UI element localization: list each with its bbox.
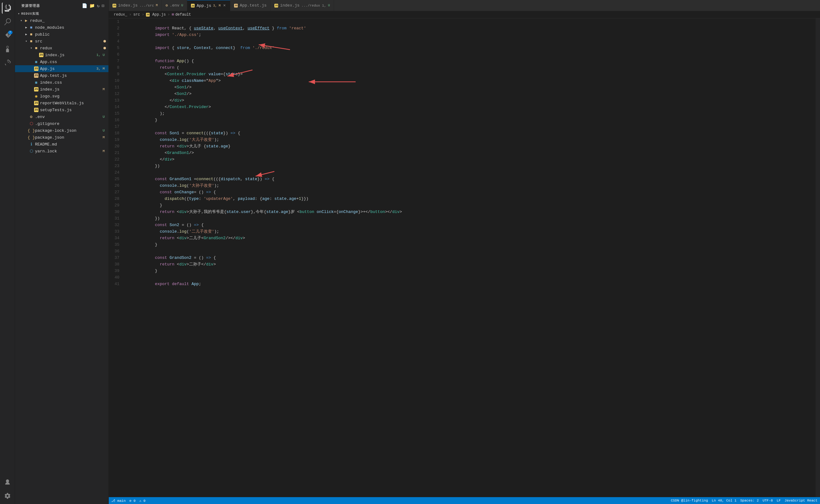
tree-item-yarn-lock[interactable]: ▶ ⬡ yarn.lock M xyxy=(15,148,108,155)
tab-label-index-src: index.js xyxy=(118,3,137,8)
code-line-38: } xyxy=(126,261,816,268)
sidebar-header-icons: 📄 📁 ↻ ⊟ xyxy=(82,3,105,8)
tree-item-setuptests[interactable]: ▶ JS setupTests.js xyxy=(15,106,108,113)
editor-area[interactable]: 1 2 3 4 5 6 7 8 9 10 11 12 13 14 15 16 1 xyxy=(109,18,816,497)
tree-item-index-js[interactable]: ▶ JS index.js M xyxy=(15,86,108,93)
tab-close-app-js[interactable]: × xyxy=(223,3,226,8)
status-left: ⎇ main ⊘ 0 ⚠ 0 xyxy=(111,499,146,503)
refresh-icon[interactable]: ↻ xyxy=(97,3,100,8)
section-label: REDUX实现 xyxy=(21,12,39,16)
tree-label-node_modules: node_modules xyxy=(35,25,108,30)
js-icon-report: JS xyxy=(34,101,39,106)
folder-src-icon: ■ xyxy=(29,39,34,44)
tree-item-readme[interactable]: ▶ ℹ README.md xyxy=(15,141,108,148)
tab-label-index-redux: index.js xyxy=(280,3,299,8)
code-line-32: console.log('二儿子改变'); xyxy=(126,222,816,228)
tree-item-index-css[interactable]: ▶ ◼ index.css xyxy=(15,79,108,86)
language-mode: JavaScript React xyxy=(784,499,818,502)
code-line-14: ); xyxy=(126,104,816,110)
tree-item-package-json[interactable]: ▶ { } package.json M xyxy=(15,134,108,141)
code-line-31: const Son2 = () => { xyxy=(126,215,816,222)
code-line-21: </div> xyxy=(126,150,816,156)
code-line-22: }) xyxy=(126,156,816,163)
tree-label-logo-svg: logo.svg xyxy=(40,94,108,99)
svg-icon: ◉ xyxy=(34,94,39,99)
code-line-35 xyxy=(126,241,816,248)
tree-item-gitignore[interactable]: ▶ ⬡ .gitignore xyxy=(15,120,108,127)
tree-label-gitignore: .gitignore xyxy=(35,121,108,126)
tab-app-js[interactable]: JS App.js 3, M × xyxy=(187,0,230,11)
scrollbar-right[interactable] xyxy=(816,18,820,497)
badge-index-redux: 1, U xyxy=(96,53,108,57)
tree-item-index-redux[interactable]: ▶ JS index.js 1, U xyxy=(15,52,108,58)
tree-label-env: .env xyxy=(35,115,102,119)
js-icon-redux-index: JS xyxy=(39,52,44,57)
code-line-8: <Context.Provider value={store}> xyxy=(126,64,816,71)
code-line-7: return ( xyxy=(126,58,816,64)
sep2: › xyxy=(142,12,144,17)
code-line-29: return <div>大孙子,我的爷爷是{state.user},今年{sta… xyxy=(126,202,816,209)
badge-package-json: M xyxy=(102,136,108,139)
line-numbers: 1 2 3 4 5 6 7 8 9 10 11 12 13 14 15 16 1 xyxy=(109,18,124,287)
new-file-icon[interactable]: 📄 xyxy=(82,3,87,8)
breadcrumb-js-icon: JS xyxy=(146,13,150,17)
tree-item-env[interactable]: ▶ ⚙ .env U xyxy=(15,113,108,120)
tab-test-icon: JS xyxy=(234,4,238,7)
tree-label-package-lock: package-lock.json xyxy=(35,128,102,133)
tab-badge-index-src: M xyxy=(156,4,158,7)
extensions-activity-icon[interactable] xyxy=(2,57,13,69)
tree-item-public[interactable]: ▶ ■ public xyxy=(15,31,108,38)
tree-item-app-js[interactable]: ▶ JS App.js 3, M xyxy=(15,65,108,72)
tree-label-public: public xyxy=(35,32,108,37)
tab-app-test[interactable]: JS App.test.js xyxy=(230,0,271,11)
tree-item-app-css[interactable]: ▶ ◼ App.css xyxy=(15,58,108,65)
main-content: JS index.js .../src M ⚙ .env U JS App.js… xyxy=(109,0,820,504)
js-icon-app-js: JS xyxy=(34,66,39,71)
git-badge: 7 xyxy=(8,31,12,34)
git-activity-icon[interactable]: 7 xyxy=(2,30,13,41)
settings-activity-icon[interactable] xyxy=(2,490,13,502)
js-icon-setup: JS xyxy=(34,107,39,112)
tree-item-node_modules[interactable]: ▶ ■ node_modules xyxy=(15,24,108,31)
sep3: › xyxy=(167,12,170,17)
tab-js-icon: JS xyxy=(112,4,116,7)
code-line-15: } xyxy=(126,110,816,117)
section-arrow: ▾ xyxy=(16,11,21,16)
tree-item-logo-svg[interactable]: ▶ ◉ logo.svg xyxy=(15,93,108,100)
tree-item-reportwebvitals[interactable]: ▶ JS reportWebVitals.js xyxy=(15,100,108,106)
code-line-41 xyxy=(126,281,816,287)
section-redux[interactable]: ▾ REDUX实现 xyxy=(15,10,108,17)
new-folder-icon[interactable]: 📁 xyxy=(89,3,95,8)
md-icon: ℹ xyxy=(29,142,34,147)
code-container: 1 2 3 4 5 6 7 8 9 10 11 12 13 14 15 16 1 xyxy=(109,18,816,300)
status-right: CSDN @lin-fighting Ln 40, Col 1 Spaces: … xyxy=(671,499,818,502)
git-icon: ⬡ xyxy=(29,121,34,126)
code-lines: import React, { useState, useContext, us… xyxy=(124,18,816,287)
spaces: Spaces: 2 xyxy=(740,499,759,502)
tab-index-redux[interactable]: JS index.js .../redux 1, U xyxy=(271,0,334,11)
code-line-4: import { store, Context, connect} from '… xyxy=(126,38,816,45)
tab-env[interactable]: ⚙ .env U xyxy=(162,0,187,11)
folder-icon: ▶ xyxy=(24,18,29,23)
account-activity-icon[interactable] xyxy=(2,477,13,488)
tab-index-src[interactable]: JS index.js .../src M xyxy=(109,0,162,11)
code-line-23 xyxy=(126,163,816,169)
collapse-icon[interactable]: ⊟ xyxy=(102,3,105,8)
code-line-12: </div> xyxy=(126,91,816,97)
files-icon[interactable] xyxy=(2,2,13,14)
tree-label-setuptests: setupTests.js xyxy=(40,108,108,112)
search-activity-icon[interactable] xyxy=(2,16,13,27)
activity-bar: 7 xyxy=(0,0,15,504)
tab-label-app-test: App.test.js xyxy=(240,3,267,8)
sidebar: 资源管理器 📄 📁 ↻ ⊟ ▾ REDUX实现 ▾ ▶ redux_ ▶ ■ n… xyxy=(15,0,109,504)
sidebar-content: ▾ REDUX实现 ▾ ▶ redux_ ▶ ■ node_modules ▶ … xyxy=(15,10,108,504)
tree-item-redux_[interactable]: ▾ ▶ redux_ xyxy=(15,17,108,24)
git-branch: ⎇ main xyxy=(111,499,126,503)
debug-activity-icon[interactable] xyxy=(2,44,13,55)
tree-item-package-lock[interactable]: ▶ { } package-lock.json U xyxy=(15,127,108,134)
code-line-3 xyxy=(126,32,816,38)
tree-item-redux-folder[interactable]: ▾ ■ redux xyxy=(15,45,108,52)
tree-item-app-test[interactable]: ▶ JS App.test.js xyxy=(15,72,108,79)
sidebar-title: 资源管理器 xyxy=(21,3,40,8)
tree-item-src[interactable]: ▾ ■ src xyxy=(15,38,108,45)
